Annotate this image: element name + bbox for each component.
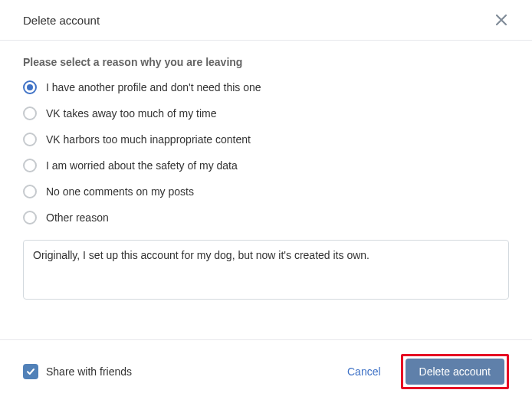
checkbox-checked-icon bbox=[23, 364, 38, 379]
delete-account-modal: Delete account Please select a reason wh… bbox=[0, 0, 532, 403]
reason-option-data-safety[interactable]: I am worried about the safety of my data bbox=[23, 159, 509, 172]
option-label: I have another profile and don't need th… bbox=[46, 81, 261, 93]
option-label: Other reason bbox=[46, 211, 109, 224]
reason-option-no-comments[interactable]: No one comments on my posts bbox=[23, 185, 509, 198]
close-icon[interactable] bbox=[494, 12, 509, 28]
option-label: VK harbors too much inappropriate conten… bbox=[46, 133, 251, 146]
modal-footer: Share with friends Cancel Delete account bbox=[0, 339, 532, 403]
radio-icon bbox=[23, 133, 37, 146]
modal-header: Delete account bbox=[0, 0, 532, 41]
share-with-friends-checkbox[interactable]: Share with friends bbox=[23, 364, 132, 379]
radio-icon bbox=[23, 211, 37, 224]
option-label: I am worried about the safety of my data bbox=[46, 159, 238, 172]
radio-icon bbox=[23, 80, 37, 94]
reason-option-another-profile[interactable]: I have another profile and don't need th… bbox=[23, 80, 509, 94]
reason-prompt: Please select a reason why you are leavi… bbox=[23, 56, 509, 68]
reason-option-inappropriate-content[interactable]: VK harbors too much inappropriate conten… bbox=[23, 133, 509, 146]
share-label: Share with friends bbox=[46, 365, 132, 378]
reason-options: I have another profile and don't need th… bbox=[23, 80, 509, 224]
radio-icon bbox=[23, 185, 37, 198]
reason-option-too-much-time[interactable]: VK takes away too much of my time bbox=[23, 106, 509, 120]
radio-icon bbox=[23, 106, 37, 120]
option-label: No one comments on my posts bbox=[46, 185, 194, 198]
reason-textarea[interactable] bbox=[23, 240, 509, 300]
footer-actions: Cancel Delete account bbox=[337, 354, 509, 389]
radio-icon bbox=[23, 159, 37, 172]
modal-body: Please select a reason why you are leavi… bbox=[0, 41, 532, 339]
option-label: VK takes away too much of my time bbox=[46, 107, 217, 120]
modal-title: Delete account bbox=[23, 14, 100, 27]
delete-button-highlight: Delete account bbox=[401, 354, 509, 389]
cancel-button[interactable]: Cancel bbox=[337, 359, 392, 384]
delete-account-button[interactable]: Delete account bbox=[406, 359, 504, 385]
reason-option-other[interactable]: Other reason bbox=[23, 211, 509, 224]
